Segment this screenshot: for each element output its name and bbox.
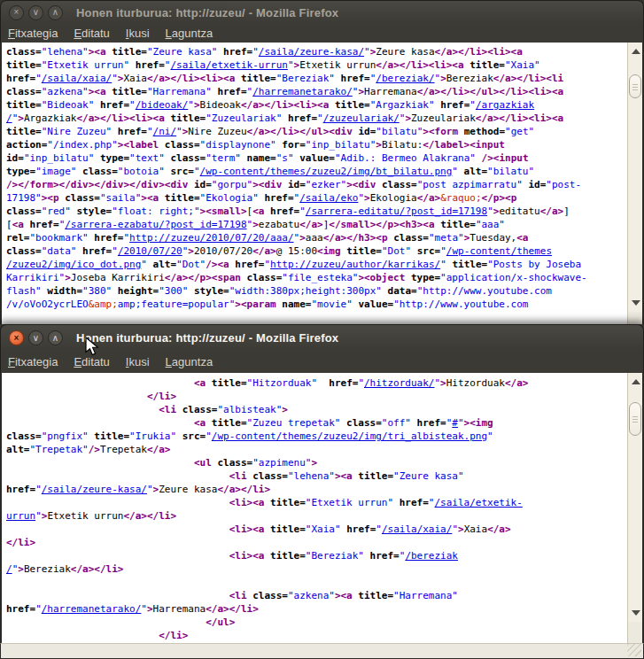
source-token: " bbox=[147, 126, 153, 137]
source-token: "http://www.youtube.com bbox=[417, 285, 552, 297]
source-token: "file_esteka" bbox=[282, 272, 358, 283]
source-token: title= bbox=[353, 590, 393, 601]
source-token: </a></li><li><a bbox=[241, 99, 329, 111]
source-link[interactable]: /saila/xaia/ bbox=[42, 73, 112, 84]
source-token: "Etxetik urrun" bbox=[42, 59, 129, 71]
vertical-scrollbar[interactable] bbox=[627, 373, 642, 622]
source-token: <li><a bbox=[229, 550, 265, 562]
source-link[interactable]: /hitzorduak/ bbox=[364, 377, 434, 389]
source-link[interactable]: /harremanetarako/ bbox=[42, 603, 142, 615]
source-line: class="lehena"><a title="Zeure kasa" hre… bbox=[6, 45, 625, 58]
source-link[interactable]: / bbox=[6, 112, 12, 124]
source-link[interactable]: /2010/07/20 bbox=[118, 245, 182, 257]
source-view[interactable]: <a title="Hitzorduak" href="/hitzorduak/… bbox=[0, 373, 644, 643]
source-link[interactable]: /sarrera-ezabatu/?post_id=17198 bbox=[65, 219, 246, 230]
source-token: title= bbox=[264, 523, 305, 535]
source-token: " bbox=[317, 112, 323, 124]
menu-file[interactable]: Fitxategia bbox=[1, 26, 66, 42]
source-link[interactable]: /saila/eko bbox=[299, 192, 358, 204]
source-link[interactable]: /ni/ bbox=[153, 126, 177, 137]
source-token: title= bbox=[206, 377, 246, 389]
scrollbar-thumb[interactable] bbox=[629, 402, 641, 436]
source-line: alt="Trepetak"/>Trepetak</a> bbox=[6, 443, 625, 456]
source-token: > bbox=[188, 245, 194, 257]
menu-view[interactable]: Ikusi bbox=[119, 354, 159, 370]
source-token: /> bbox=[89, 444, 100, 455]
source-link[interactable]: /harremanetarako/ bbox=[252, 86, 353, 97]
source-token: href= bbox=[364, 550, 400, 562]
source-token: "Argazkiak" bbox=[370, 99, 435, 111]
close-icon[interactable]: × bbox=[9, 330, 24, 345]
source-token: method= bbox=[458, 126, 505, 137]
maximize-icon[interactable]: ∧ bbox=[48, 5, 63, 20]
scroll-down-icon[interactable] bbox=[632, 610, 640, 616]
source-link[interactable]: / bbox=[6, 563, 12, 575]
source-link[interactable]: /zuzeulariak/ bbox=[323, 112, 400, 124]
source-token: </a></li> bbox=[206, 603, 259, 615]
source-link[interactable]: http://zuzeu/2010/07/20/aaa/ bbox=[129, 232, 293, 244]
source-token: " bbox=[458, 417, 464, 429]
close-icon[interactable]: × bbox=[9, 5, 24, 20]
scroll-down-icon[interactable] bbox=[632, 300, 640, 306]
source-link[interactable]: /bideoak/ bbox=[136, 99, 189, 111]
resize-grip-icon[interactable] bbox=[627, 644, 641, 656]
menu-help[interactable]: Laguntza bbox=[159, 26, 222, 42]
menu-file[interactable]: Fitxategia bbox=[1, 354, 66, 370]
source-token: " bbox=[487, 205, 493, 217]
source-link[interactable]: http://zuzeu/author/karrikas/ bbox=[270, 259, 440, 270]
source-link[interactable]: /bereziak bbox=[405, 550, 458, 562]
source-token: ><div bbox=[252, 179, 282, 190]
source-token: "movie" bbox=[311, 298, 352, 310]
source-link[interactable]: /wp-content/themes/zuzeu2/img/bt_bilatu.… bbox=[200, 166, 453, 177]
source-link[interactable]: /saila/zeure-kasa/ bbox=[259, 46, 364, 58]
source-token: Bereziak bbox=[446, 73, 493, 84]
minimize-icon[interactable]: ∨ bbox=[28, 330, 43, 345]
minimize-icon[interactable]: ∨ bbox=[28, 5, 43, 20]
source-link[interactable]: /saila/xaia/ bbox=[382, 523, 452, 535]
source-token: ><img bbox=[464, 417, 493, 429]
source-token: "inp_bilatu" bbox=[24, 152, 94, 164]
scrollbar-thumb[interactable] bbox=[629, 74, 641, 98]
source-link[interactable]: /saila/zeure-kasa/ bbox=[42, 484, 147, 495]
source-token: title= bbox=[353, 470, 393, 482]
source-token: "bookmark" bbox=[30, 232, 89, 244]
source-link[interactable]: /zuzeu2/img/ico_dot.png bbox=[6, 259, 141, 270]
source-link[interactable]: urrun bbox=[6, 510, 35, 522]
source-token: "Dot" bbox=[176, 259, 206, 270]
source-token: class= bbox=[388, 232, 429, 244]
source-token: title= bbox=[264, 550, 305, 562]
source-token: <li bbox=[229, 470, 247, 482]
maximize-icon[interactable]: ∧ bbox=[48, 330, 63, 345]
source-token: " bbox=[364, 46, 370, 58]
vertical-scrollbar[interactable] bbox=[627, 43, 642, 312]
source-token: src= bbox=[411, 245, 440, 257]
source-token: > bbox=[147, 603, 153, 615]
source-token: </a></li></ul><div bbox=[247, 126, 353, 137]
source-link[interactable]: /wp-content/themes bbox=[446, 245, 552, 257]
source-view[interactable]: class="lehena"><a title="Zeure kasa" hre… bbox=[0, 43, 644, 324]
scroll-up-icon[interactable] bbox=[632, 49, 640, 54]
window-bottom-edge bbox=[0, 643, 644, 659]
menu-edit[interactable]: Editatu bbox=[66, 26, 118, 42]
source-line: action="/index.php"><label class="displa… bbox=[6, 138, 625, 151]
source-link[interactable]: /sarrera-editatu/?post_id=17198 bbox=[306, 205, 487, 217]
menu-view[interactable]: Ikusi bbox=[119, 26, 159, 42]
source-token: &raquo; bbox=[440, 192, 481, 204]
source-token: "displaynone" bbox=[200, 139, 276, 151]
source-token: " bbox=[35, 484, 42, 495]
titlebar[interactable]: × ∨ ∧ Honen iturburua: http://zuzeu/ - M… bbox=[0, 0, 644, 24]
source-link[interactable]: /bereziak/ bbox=[376, 73, 434, 84]
source-token: Harremana bbox=[153, 603, 206, 615]
source-link[interactable]: /saila/etxetik- bbox=[434, 497, 522, 508]
source-token: "Ekologia" bbox=[200, 192, 259, 204]
source-token: /><input bbox=[476, 152, 529, 164]
menu-help[interactable]: Laguntza bbox=[159, 354, 222, 370]
source-link[interactable]: /argazkiak bbox=[476, 99, 534, 111]
source-token: Harremana bbox=[364, 86, 417, 97]
source-token: class= bbox=[6, 86, 42, 97]
source-link[interactable]: # bbox=[452, 417, 458, 429]
scroll-up-icon[interactable] bbox=[632, 379, 640, 384]
source-link[interactable]: /saila/etxetik-urrun bbox=[170, 59, 287, 71]
source-link[interactable]: /wp-content/themes/zuzeu2/img/tri_albist… bbox=[212, 430, 487, 442]
scrollbar-corner bbox=[627, 622, 642, 643]
